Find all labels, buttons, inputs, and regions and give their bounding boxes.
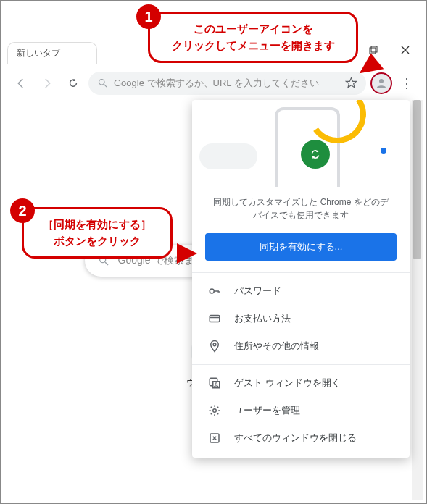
profile-menu-description: 同期してカスタマイズした Chrome をどのデバイスでも使用できます <box>192 187 410 233</box>
annotation-badge-2: 2 <box>10 198 35 223</box>
vertical-scrollbar[interactable] <box>412 100 423 500</box>
tab-title: 新しいタブ <box>17 48 60 58</box>
guest-icon <box>208 377 221 390</box>
window-controls <box>357 39 421 61</box>
key-icon <box>208 285 221 298</box>
menu-item-addresses[interactable]: 住所やその他の情報 <box>192 332 410 360</box>
annotation-callout-1: このユーザーアイコンを クリックしてメニューを開きます <box>148 12 358 63</box>
forward-button <box>36 72 58 94</box>
svg-point-9 <box>213 343 216 346</box>
reload-button[interactable] <box>62 72 84 94</box>
profile-menu-illustration <box>192 100 410 187</box>
menu-kebab-button[interactable]: ⋮ <box>397 73 417 93</box>
search-icon <box>97 77 108 88</box>
scrollbar-thumb[interactable] <box>413 100 421 259</box>
tab-new[interactable]: 新しいタブ <box>7 42 97 64</box>
annotation-callout-2: ［同期を有効にする］ ボタンをクリック <box>22 207 173 259</box>
svg-point-3 <box>379 79 384 83</box>
close-window-button[interactable] <box>389 39 421 61</box>
svg-point-12 <box>213 409 217 413</box>
svg-point-7 <box>210 289 214 293</box>
card-icon <box>208 312 221 325</box>
sync-icon <box>301 140 330 169</box>
menu-item-passwords[interactable]: パスワード <box>192 277 410 305</box>
callout-text: ［同期を有効にする］ <box>36 217 159 233</box>
menu-item-label: ゲスト ウィンドウを開く <box>234 377 341 390</box>
svg-rect-1 <box>371 46 377 52</box>
svg-rect-8 <box>210 316 220 322</box>
enable-sync-button[interactable]: 同期を有効にする... <box>205 233 397 261</box>
tab-strip: 新しいタブ <box>7 42 97 64</box>
back-button[interactable] <box>10 72 32 94</box>
menu-item-label: パスワード <box>234 285 281 298</box>
callout-text: クリックしてメニューを開きます <box>162 38 344 54</box>
menu-item-label: すべてのウィンドウを閉じる <box>234 432 357 445</box>
menu-item-payments[interactable]: お支払い方法 <box>192 305 410 332</box>
callout-text: このユーザーアイコンを <box>162 21 344 38</box>
gear-icon <box>208 404 221 417</box>
menu-item-label: お支払い方法 <box>234 312 291 325</box>
menu-item-close-all[interactable]: すべてのウィンドウを閉じる <box>192 424 410 452</box>
close-all-icon <box>208 432 221 445</box>
omnibox[interactable]: Google で検索するか、URL を入力してください <box>88 72 366 95</box>
pin-icon <box>208 340 221 353</box>
profile-menu: 同期してカスタマイズした Chrome をどのデバイスでも使用できます 同期を有… <box>192 100 410 458</box>
annotation-arrow-2 <box>177 243 197 264</box>
callout-text: ボタンをクリック <box>36 233 159 250</box>
menu-separator <box>192 272 410 273</box>
menu-item-label: ユーザーを管理 <box>234 404 300 417</box>
svg-point-2 <box>99 80 105 85</box>
omnibox-placeholder: Google で検索するか、URL を入力してください <box>114 77 319 90</box>
menu-item-guest[interactable]: ゲスト ウィンドウを開く <box>192 369 410 397</box>
menu-item-label: 住所やその他の情報 <box>234 340 319 353</box>
bookmark-star-icon[interactable] <box>345 77 357 89</box>
menu-separator <box>192 364 410 365</box>
annotation-badge-1: 1 <box>136 4 161 29</box>
menu-item-manage-users[interactable]: ユーザーを管理 <box>192 397 410 424</box>
